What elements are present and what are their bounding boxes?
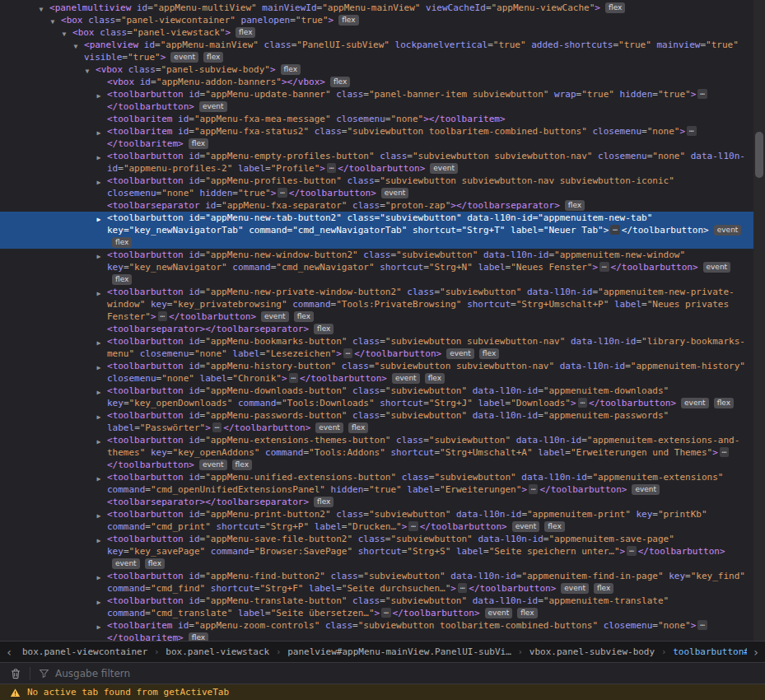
expand-arrow-icon[interactable]: ▶ [94, 411, 104, 423]
inline-text-ellipsis[interactable]: ⋯ [529, 484, 538, 494]
flex-badge[interactable]: flex [338, 15, 358, 26]
markup-node[interactable]: ▶<toolbarbutton id="appMenu-profiles-but… [0, 175, 753, 199]
event-badge[interactable]: event [430, 163, 458, 174]
event-badge[interactable]: event [632, 484, 660, 495]
expand-arrow-icon[interactable]: ▶ [94, 337, 104, 349]
inline-text-ellipsis[interactable]: ⋯ [158, 311, 167, 321]
markup-node[interactable]: ▶<toolbarbutton id="appMenu-save-file-bu… [0, 533, 753, 570]
expand-arrow-icon[interactable]: ▶ [94, 534, 104, 547]
expand-arrow-icon[interactable]: ▶ [94, 90, 104, 102]
flex-badge[interactable]: flex [112, 274, 132, 285]
markup-node[interactable]: ▶<toolbarbutton id="appMenu-translate-bu… [0, 595, 753, 619]
markup-node[interactable]: <toolbarseparator></toolbarseparator>fle… [0, 496, 753, 508]
flex-badge[interactable]: flex [189, 138, 208, 149]
inline-text-ellipsis[interactable]: ⋯ [610, 225, 619, 235]
markup-node[interactable]: ▶<toolbarbutton id="appMenu-bookmarks-bu… [0, 335, 753, 360]
markup-node[interactable]: ▶<toolbarbutton id="appMenu-print-button… [0, 508, 753, 533]
inline-text-ellipsis[interactable]: ⋯ [381, 608, 390, 618]
event-badge[interactable]: event [512, 521, 540, 532]
markup-node[interactable]: ▶<toolbarbutton id="appMenu-unified-exte… [0, 471, 753, 496]
expand-arrow-icon[interactable]: ▶ [94, 386, 104, 399]
flex-badge[interactable]: flex [594, 583, 613, 594]
expand-arrow-icon[interactable]: ▶ [94, 213, 104, 226]
markup-node[interactable]: ▼<panelmultiview id="appMenu-multiView" … [0, 2, 753, 14]
inline-text-ellipsis[interactable]: ⋯ [720, 447, 729, 457]
flex-badge[interactable]: flex [232, 460, 252, 470]
inline-text-ellipsis[interactable]: ⋯ [697, 620, 707, 630]
markup-node[interactable]: ▶<toolbarbutton id="appMenu-new-private-… [0, 286, 753, 323]
flex-badge[interactable]: flex [294, 311, 314, 322]
event-badge[interactable]: event [714, 225, 742, 236]
inline-text-ellipsis[interactable]: ⋯ [578, 398, 587, 408]
flex-badge[interactable]: flex [479, 348, 499, 359]
event-badge[interactable]: event [199, 460, 227, 470]
flex-badge[interactable]: flex [112, 237, 132, 248]
markup-node[interactable]: ▼<vbox class="panel-subview-body">flex [0, 63, 753, 76]
flex-badge[interactable]: flex [517, 608, 537, 618]
breadcrumb-item[interactable]: panelview#appMenu-mainView.PanelUI-subVi… [283, 645, 515, 659]
markup-node[interactable]: ▶<toolbaritem id="appMenu-zoom-controls"… [0, 619, 753, 641]
expand-arrow-icon[interactable]: ▶ [94, 596, 104, 609]
flex-badge[interactable]: flex [314, 324, 334, 334]
inline-text-ellipsis[interactable]: ⋯ [289, 373, 298, 383]
expand-arrow-icon[interactable]: ▶ [94, 473, 104, 485]
expand-arrow-icon[interactable]: ▶ [94, 287, 104, 300]
expand-arrow-icon[interactable]: ▶ [94, 127, 104, 139]
breadcrumb-scroll-right-button[interactable]: › [747, 646, 765, 659]
markup-node[interactable]: ▼<box class="panel-viewcontainer" panelo… [0, 14, 753, 26]
markup-node[interactable]: <toolbarseparator id="appMenu-fxa-separa… [0, 199, 753, 212]
flex-badge[interactable]: flex [314, 497, 334, 507]
flex-badge[interactable]: flex [145, 558, 165, 569]
event-badge[interactable]: event [170, 52, 198, 63]
clear-console-button[interactable] [10, 668, 21, 679]
event-badge[interactable]: event [315, 422, 343, 433]
event-badge[interactable]: event [381, 188, 409, 198]
flex-badge[interactable]: flex [714, 398, 734, 408]
markup-node[interactable]: ▶<toolbaritem id="appMenu-fxa-status2" c… [0, 125, 753, 150]
inline-text-ellipsis[interactable]: ⋯ [697, 89, 707, 99]
markup-node[interactable]: ▶<toolbarbutton id="appMenu-empty-profil… [0, 150, 753, 175]
expand-arrow-icon[interactable]: ▶ [94, 436, 104, 448]
markup-node[interactable]: ▶<toolbarbutton id="appMenu-extensions-t… [0, 434, 753, 471]
markup-node[interactable]: ▶<toolbarbutton id="appMenu-new-window-b… [0, 249, 753, 286]
inline-text-ellipsis[interactable]: ⋯ [408, 521, 417, 531]
filter-input[interactable]: Ausgabe filtern [39, 668, 130, 679]
event-badge[interactable]: event [392, 373, 420, 384]
flex-badge[interactable]: flex [605, 2, 625, 13]
markup-node[interactable]: ▶<toolbarbutton id="appMenu-downloads-bu… [0, 385, 753, 409]
expand-arrow-icon[interactable]: ▶ [94, 176, 104, 189]
expand-arrow-icon[interactable]: ▶ [94, 152, 104, 164]
inline-text-ellipsis[interactable]: ⋯ [327, 163, 336, 173]
scrollbar-thumb[interactable] [755, 132, 763, 178]
breadcrumb-item[interactable]: vbox.panel-subview-body [525, 645, 659, 659]
event-badge[interactable]: event [703, 262, 731, 273]
inline-text-ellipsis[interactable]: ⋯ [687, 126, 696, 136]
flex-badge[interactable]: flex [236, 27, 255, 38]
breadcrumb-item[interactable]: box.panel-viewstack [161, 645, 273, 659]
scrollbar[interactable] [753, 0, 765, 641]
inline-text-ellipsis[interactable]: ⋯ [458, 583, 467, 593]
event-badge[interactable]: event [261, 311, 289, 322]
expand-arrow-icon[interactable]: ▶ [94, 621, 104, 633]
flex-badge[interactable]: flex [565, 200, 585, 211]
markup-node[interactable]: ▶<toolbarbutton id="appMenu-new-tab-butt… [0, 212, 753, 249]
markup-node[interactable]: ▼<box class="panel-viewstack">flex [0, 26, 753, 39]
collapse-arrow-icon[interactable]: ▼ [71, 40, 81, 53]
event-badge[interactable]: event [446, 348, 474, 359]
event-badge[interactable]: event [561, 583, 589, 594]
inline-text-ellipsis[interactable]: ⋯ [343, 348, 352, 358]
flex-badge[interactable]: flex [544, 521, 564, 532]
event-badge[interactable]: event [112, 558, 140, 569]
flex-badge[interactable]: flex [348, 422, 368, 433]
event-badge[interactable]: event [199, 101, 227, 112]
inline-text-ellipsis[interactable]: ⋯ [212, 422, 222, 432]
breadcrumb-item[interactable]: box.panel-viewcontainer [18, 645, 152, 659]
breadcrumb-item[interactable]: toolbarbutton#appMenu-new-tab-button2.su… [669, 645, 747, 659]
markup-node[interactable]: ▶<toolbarbutton id="appMenu-update-banne… [0, 88, 753, 113]
flex-badge[interactable]: flex [203, 52, 223, 63]
flex-badge[interactable]: flex [330, 77, 350, 87]
markup-node[interactable]: ▶<toolbarbutton id="appMenu-passwords-bu… [0, 409, 753, 434]
markup-node[interactable]: ▶<toolbarbutton id="appMenu-history-butt… [0, 360, 753, 385]
flex-badge[interactable]: flex [189, 632, 208, 641]
flex-badge[interactable]: flex [281, 64, 301, 75]
